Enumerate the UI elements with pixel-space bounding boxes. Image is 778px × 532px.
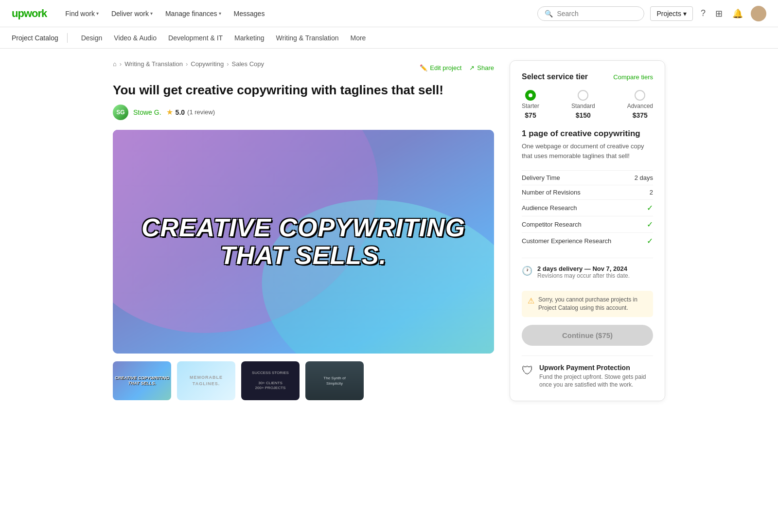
prot-title: Upwork Payment Protection — [539, 364, 653, 372]
find-work-nav[interactable]: Find work ▾ — [60, 7, 104, 20]
service-title: 1 page of creative copywriting — [522, 129, 653, 139]
select-tier-label: Select service tier — [522, 72, 588, 81]
feature-revisions: Number of Revisions 2 — [522, 185, 653, 199]
page-title: You will get creative copywriting with t… — [113, 82, 494, 99]
tier-advanced[interactable]: Advanced $375 — [627, 90, 653, 119]
project-catalog-label[interactable]: Project Catalog — [12, 34, 58, 42]
cat-more[interactable]: More — [345, 32, 371, 44]
share-icon: ↗ — [469, 64, 475, 71]
deliver-work-nav[interactable]: Deliver work ▾ — [106, 7, 158, 20]
avatar[interactable] — [751, 6, 766, 21]
warning-row: ⚠ Sorry, you cannot purchase projects in… — [522, 291, 653, 317]
thumbnail-4[interactable]: The Synth ofSimplicity — [305, 361, 364, 400]
top-nav: upwork Find work ▾ Deliver work ▾ Manage… — [0, 0, 778, 27]
thumbnail-3[interactable]: SUCCESS STORIES30+ CLIENTS200+ PROJECTS — [241, 361, 300, 400]
shield-icon: 🛡 — [522, 364, 533, 377]
thumb2-text: MEMORABLETAGLINES. — [190, 374, 223, 387]
thumbnail-2[interactable]: MEMORABLETAGLINES. — [177, 361, 235, 400]
tier-starter-radio[interactable] — [525, 90, 536, 101]
left-column: ⌂ › Writing & Translation › Copywriting … — [113, 60, 494, 401]
thumbnail-strip: CREATIVE COPYWRITINGTHAT SELLS. MEMORABL… — [113, 361, 494, 400]
breadcrumb-sep: › — [186, 60, 188, 68]
right-column: Select service tier Compare tiers Starte… — [510, 60, 665, 401]
edit-icon: ✏️ — [420, 64, 427, 71]
rating-value: 5.0 — [176, 108, 185, 116]
check-icon: ✓ — [647, 203, 653, 213]
service-card: Select service tier Compare tiers Starte… — [510, 60, 665, 401]
share-link[interactable]: ↗ Share — [469, 64, 494, 71]
tier-standard-name: Standard — [571, 103, 595, 109]
warning-icon: ⚠ — [528, 296, 534, 305]
thumbnail-1[interactable]: CREATIVE COPYWRITINGTHAT SELLS. — [113, 361, 171, 400]
thumb1-text: CREATIVE COPYWRITINGTHAT SELLS. — [113, 373, 171, 388]
continue-button[interactable]: Continue ($75) — [522, 325, 653, 346]
tiers-row: Starter $75 Standard $150 Advanced $375 — [522, 90, 653, 119]
customer-label: Customer Experience Research — [522, 237, 611, 245]
notifications-button[interactable]: 🔔 — [730, 6, 745, 21]
nav-links: Find work ▾ Deliver work ▾ Manage financ… — [60, 7, 269, 20]
delivery-text: 2 days delivery — Nov 7, 2024 Revisions … — [537, 265, 630, 279]
features-list: Delivery Time 2 days Number of Revisions… — [522, 170, 653, 249]
tier-standard[interactable]: Standard $150 — [571, 90, 595, 119]
chevron-down-icon: ▾ — [150, 11, 153, 16]
thumb3-text: SUCCESS STORIES30+ CLIENTS200+ PROJECTS — [250, 369, 291, 393]
chevron-down-icon: ▾ — [219, 11, 221, 16]
messages-nav[interactable]: Messages — [229, 7, 270, 20]
hero-image: CREATIVE COPYWRITING THAT SELLS. — [113, 130, 494, 354]
breadcrumb-sep: › — [227, 60, 229, 68]
tier-starter-name: Starter — [522, 103, 539, 109]
tier-starter[interactable]: Starter $75 — [522, 90, 539, 119]
upwork-logo[interactable]: upwork — [12, 7, 47, 20]
delivery-value: 2 days — [635, 174, 653, 181]
check-icon: ✓ — [647, 236, 653, 246]
nav-right: 🔍 Projects ▾ ? ⊞ 🔔 — [537, 6, 766, 21]
cat-video[interactable]: Video & Audio — [109, 32, 161, 44]
review-count: (1 review) — [187, 108, 215, 116]
breadcrumb-row: ⌂ › Writing & Translation › Copywriting … — [113, 60, 494, 75]
clock-icon: 🕐 — [522, 266, 532, 276]
tier-header: Select service tier Compare tiers — [522, 72, 653, 81]
grid-button[interactable]: ⊞ — [713, 6, 725, 21]
cat-writing[interactable]: Writing & Translation — [271, 32, 344, 44]
delivery-row: 🕐 2 days delivery — Nov 7, 2024 Revision… — [522, 258, 653, 286]
cat-marketing[interactable]: Marketing — [230, 32, 269, 44]
payment-prot-text: Upwork Payment Protection Fund the proje… — [539, 364, 653, 390]
competitor-label: Competitor Research — [522, 221, 582, 228]
search-input[interactable] — [557, 10, 637, 18]
breadcrumb-sep: › — [120, 60, 122, 68]
sales-copy-link[interactable]: Sales Copy — [232, 60, 264, 68]
cat-design[interactable]: Design — [76, 32, 107, 44]
tier-advanced-name: Advanced — [627, 103, 653, 109]
feature-audience: Audience Research ✓ — [522, 199, 653, 216]
divider — [67, 33, 68, 43]
edit-project-link[interactable]: ✏️ Edit project — [420, 64, 461, 71]
home-link[interactable]: ⌂ — [113, 60, 117, 68]
tier-standard-radio[interactable] — [578, 90, 588, 101]
cat-dev[interactable]: Development & IT — [163, 32, 228, 44]
category-links: Design Video & Audio Development & IT Ma… — [76, 32, 371, 44]
avatar: SG — [113, 105, 128, 120]
warning-text: Sorry, you cannot purchase projects in P… — [538, 296, 647, 312]
compare-tiers-link[interactable]: Compare tiers — [613, 73, 653, 81]
feature-customer: Customer Experience Research ✓ — [522, 232, 653, 249]
search-bar[interactable]: 🔍 — [537, 6, 644, 21]
copywriting-link[interactable]: Copywriting — [191, 60, 224, 68]
writing-link[interactable]: Writing & Translation — [124, 60, 183, 68]
breadcrumb: ⌂ › Writing & Translation › Copywriting … — [113, 60, 264, 68]
audience-label: Audience Research — [522, 204, 577, 212]
search-icon: 🔍 — [545, 10, 553, 18]
tier-advanced-radio[interactable] — [635, 90, 645, 101]
help-button[interactable]: ? — [699, 6, 707, 20]
star-icon: ★ — [166, 107, 173, 117]
author-row: SG Stowe G. ★ 5.0 (1 review) — [113, 105, 494, 120]
delivery-label: Delivery Time — [522, 174, 560, 181]
chevron-down-icon: ▾ — [683, 10, 687, 18]
tier-advanced-price: $375 — [633, 111, 648, 119]
manage-finances-nav[interactable]: Manage finances ▾ — [160, 7, 226, 20]
check-icon: ✓ — [647, 220, 653, 229]
feature-delivery: Delivery Time 2 days — [522, 170, 653, 185]
projects-button[interactable]: Projects ▾ — [650, 6, 693, 21]
service-description: 1 page of creative copywriting One webpa… — [522, 129, 653, 160]
revisions-value: 2 — [650, 189, 653, 196]
author-name[interactable]: Stowe G. — [133, 108, 161, 116]
